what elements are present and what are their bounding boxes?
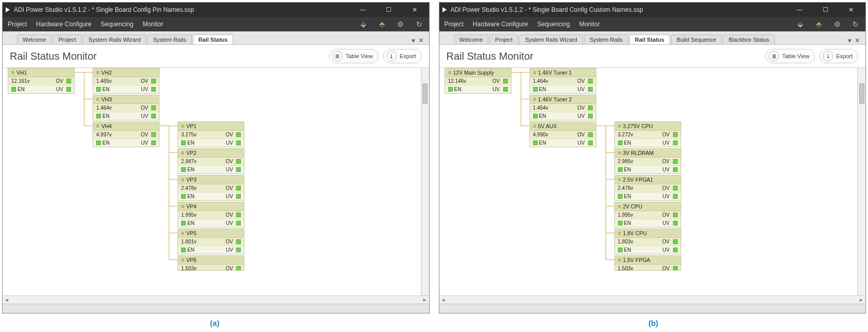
horizontal-scrollbar[interactable]: ◄► (439, 295, 866, 304)
menu-item[interactable]: Monitor (143, 21, 163, 28)
tabs-close-icon[interactable]: ✕ (855, 37, 860, 44)
rail-canvas[interactable]: VH112.161vOVENUVVH21.465vOVENUVVH31.464v… (3, 68, 421, 295)
table-view-button[interactable]: ≣Table View (765, 49, 815, 63)
ov-label: OV (662, 212, 669, 218)
rail-node[interactable]: VH31.464vOVENUV (93, 95, 160, 120)
vertical-scrollbar[interactable] (857, 68, 865, 295)
rail-name: 2V CPU (615, 202, 681, 211)
ov-label: OV (662, 185, 669, 191)
ov-status-icon (503, 79, 508, 83)
tab-project[interactable]: Project (53, 34, 82, 44)
uv-label: UV (56, 86, 63, 92)
rail-node[interactable]: VH44.997vOVENUV (93, 121, 160, 147)
uv-label: UV (663, 167, 670, 172)
uv-status-icon (673, 167, 678, 172)
rail-name: VP1 (178, 122, 244, 131)
minimize-button[interactable]: — (791, 6, 808, 13)
rail-voltage: 3.272v (618, 132, 661, 137)
refresh-icon[interactable]: ↻ (415, 20, 424, 29)
uv-label: UV (226, 247, 233, 253)
list-icon: ≣ (769, 51, 779, 61)
tab-system rails[interactable]: System Rails (147, 34, 191, 44)
rail-node[interactable]: VP32.478vOVENUV (178, 175, 244, 201)
rail-node[interactable]: 5V AUX4.990vOVENUV (529, 121, 596, 147)
menu-item[interactable]: Sequencing (537, 21, 570, 28)
chip-down-icon[interactable]: ⬘ (378, 20, 387, 29)
tab-welcome[interactable]: Welcome (17, 34, 52, 44)
tabs-dropdown-icon[interactable]: ▾ (848, 37, 852, 44)
uv-label: UV (578, 86, 585, 92)
export-button[interactable]: ⤓Export (383, 49, 422, 63)
maximize-button[interactable]: ☐ (381, 6, 397, 13)
rail-node[interactable]: 2.5V FPGA12.478vOVENUV (614, 175, 681, 201)
caption-b: (b) (439, 316, 869, 330)
rail-node[interactable]: VH112.161vOVENUV (8, 68, 75, 94)
tab-system rails[interactable]: System Rails (584, 34, 628, 44)
tab-rail status[interactable]: Rail Status (193, 34, 234, 44)
tab-system rails wizard[interactable]: System Rails Wizard (519, 34, 582, 44)
tabs-dropdown-icon[interactable]: ▾ (412, 37, 415, 44)
rail-name: 1.8V CPU (615, 229, 681, 238)
uv-label: UV (141, 113, 148, 119)
chip-up-icon[interactable]: ⬙ (359, 20, 368, 29)
menu-item[interactable]: Hardware Configure (36, 21, 91, 28)
gear-icon[interactable]: ⚙ (832, 20, 842, 29)
chip-up-icon[interactable]: ⬙ (795, 20, 805, 29)
rail-voltage: 4.997v (96, 132, 139, 137)
menu-item[interactable]: Monitor (579, 21, 600, 28)
export-button[interactable]: ⤓Export (819, 49, 858, 63)
tab-rail status[interactable]: Rail Status (629, 34, 670, 44)
rail-node[interactable]: 3.275V CPU3.272vOVENUV (614, 121, 681, 147)
gear-icon[interactable]: ⚙ (396, 20, 405, 29)
tab-build sequence[interactable]: Build Sequence (671, 34, 722, 44)
tabstrip: WelcomeProjectSystem Rails WizardSystem … (439, 31, 866, 45)
tab-welcome[interactable]: Welcome (454, 34, 489, 44)
rail-node[interactable]: VP51.801vOVENUV (178, 229, 244, 254)
tab-blackbox status[interactable]: Blackbox Status (723, 34, 775, 44)
rail-node[interactable]: 1.46V Tuner 21.464vOVENUV (529, 95, 596, 120)
tabs-close-icon[interactable]: ✕ (418, 37, 424, 44)
app-icon (6, 7, 10, 12)
menu-item[interactable]: Project (445, 21, 464, 28)
menu-item[interactable]: Sequencing (101, 21, 133, 28)
uv-status-icon (236, 167, 241, 172)
ov-status-icon (673, 213, 678, 217)
rail-voltage: 1.995v (618, 212, 661, 218)
rail-node[interactable]: VP61.503vOV (178, 255, 244, 271)
refresh-icon[interactable]: ↻ (851, 20, 860, 29)
ov-label: OV (56, 78, 63, 84)
minimize-button[interactable]: — (355, 6, 371, 13)
close-button[interactable]: ✕ (843, 6, 859, 13)
download-icon: ⤓ (386, 51, 397, 61)
rail-node[interactable]: 3V RLDRAM2.985vOVENUV (614, 148, 681, 174)
maximize-button[interactable]: ☐ (817, 6, 834, 13)
table-view-button[interactable]: ≣Table View (329, 49, 379, 63)
rail-node[interactable]: VP41.995vOVENUV (178, 202, 244, 228)
horizontal-scrollbar[interactable]: ◄► (3, 295, 429, 304)
en-status-icon (96, 141, 101, 145)
en-status-icon (618, 141, 623, 145)
tab-system rails wizard[interactable]: System Rails Wizard (83, 34, 146, 44)
uv-label: UV (663, 247, 670, 253)
en-label: EN (187, 194, 224, 199)
menu-item[interactable]: Hardware Configure (473, 21, 528, 28)
rail-node[interactable]: 1.5V FPGA1.503vOV (614, 255, 681, 271)
rail-node[interactable]: VP13.275vOVENUV (178, 121, 244, 147)
rail-canvas[interactable]: 12V Main Supply12.146vOVENUV1.46V Tuner … (439, 68, 858, 295)
rail-node[interactable]: 12V Main Supply12.146vOVENUV (445, 68, 511, 94)
rail-node[interactable]: 1.46V Tuner 11.464vOVENUV (529, 68, 596, 94)
ov-status-icon (236, 239, 241, 244)
tab-project[interactable]: Project (489, 34, 518, 44)
close-button[interactable]: ✕ (406, 6, 423, 13)
vertical-scrollbar[interactable] (421, 68, 429, 295)
ov-status-icon (236, 132, 241, 137)
rail-node[interactable]: VP22.987vOVENUV (178, 148, 244, 174)
en-status-icon (618, 167, 623, 172)
rail-node[interactable]: 2V CPU1.995vOVENUV (614, 202, 681, 228)
rail-node[interactable]: VH21.465vOVENUV (93, 68, 160, 94)
uv-label: UV (578, 140, 585, 146)
chip-down-icon[interactable]: ⬘ (814, 20, 823, 29)
en-label: EN (102, 86, 139, 92)
rail-node[interactable]: 1.8V CPU1.803vOVENUV (614, 229, 681, 254)
menu-item[interactable]: Project (8, 21, 27, 28)
